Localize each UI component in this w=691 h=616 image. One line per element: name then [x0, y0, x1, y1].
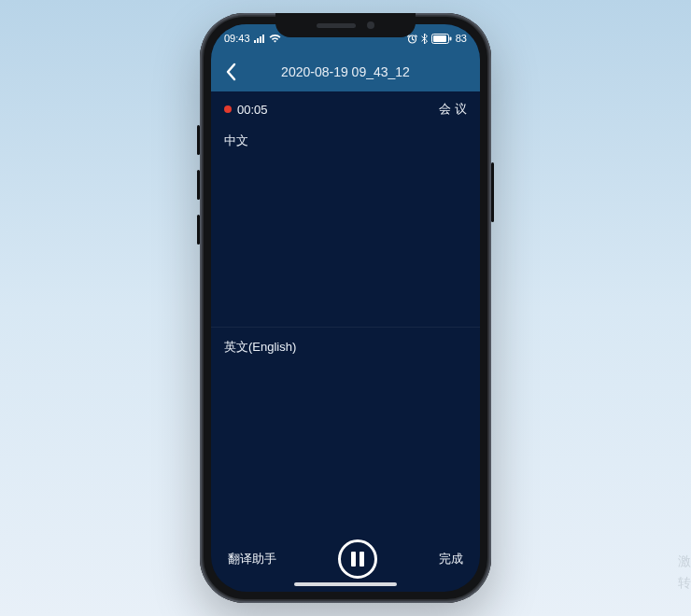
- svg-rect-7: [449, 36, 451, 40]
- svg-rect-6: [433, 35, 446, 42]
- phone-frame: 09:43 83 2020-08-19 09_43_12 00:05 会 议: [200, 13, 491, 603]
- svg-rect-2: [260, 36, 261, 43]
- watermark-line: 激: [678, 551, 691, 571]
- status-left: 09:43: [224, 33, 281, 44]
- pause-button[interactable]: [338, 539, 377, 579]
- watermark-line: 转: [678, 572, 691, 593]
- bluetooth-icon: [421, 34, 428, 44]
- content-area: 中文 英文(English): [211, 121, 480, 532]
- status-time: 09:43: [224, 33, 250, 44]
- wifi-icon: [269, 35, 281, 43]
- page-title: 2020-08-19 09_43_12: [281, 64, 410, 79]
- battery-percent: 83: [456, 33, 467, 44]
- translate-assistant-button[interactable]: 翻译助手: [228, 551, 276, 567]
- screen: 09:43 83 2020-08-19 09_43_12 00:05 会 议: [211, 24, 480, 592]
- svg-rect-0: [254, 40, 256, 43]
- pause-icon-bar: [351, 552, 356, 567]
- record-info-row: 00:05 会 议: [211, 91, 480, 121]
- pause-icon-bar: [360, 552, 364, 567]
- back-button[interactable]: [220, 62, 241, 82]
- svg-rect-1: [257, 38, 259, 43]
- nav-bar: 2020-08-19 09_43_12: [211, 52, 480, 91]
- source-language-label: 中文: [224, 133, 248, 147]
- source-language-pane[interactable]: 中文: [211, 121, 480, 327]
- device-notch: [275, 13, 416, 37]
- record-timer: 00:05: [224, 103, 268, 117]
- target-language-label: 英文(English): [224, 340, 296, 354]
- elapsed-time: 00:05: [237, 103, 268, 117]
- home-indicator[interactable]: [294, 582, 397, 586]
- status-right: 83: [407, 33, 467, 44]
- target-language-pane[interactable]: 英文(English): [211, 327, 480, 533]
- battery-icon: [431, 34, 452, 44]
- watermark: 激 转: [678, 551, 691, 593]
- chevron-left-icon: [225, 63, 236, 81]
- record-indicator-icon: [224, 105, 232, 113]
- svg-rect-3: [262, 35, 264, 43]
- session-tag[interactable]: 会 议: [439, 101, 467, 118]
- done-button[interactable]: 完成: [439, 551, 463, 567]
- signal-icon: [254, 35, 265, 43]
